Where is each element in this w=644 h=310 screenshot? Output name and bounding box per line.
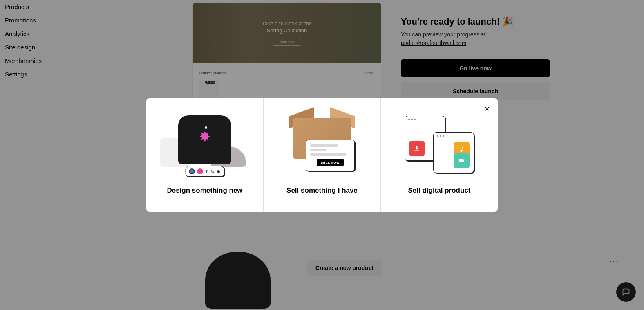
close-button[interactable] [482, 104, 492, 114]
design-new-option[interactable]: ✸ T ✎ ⊕ Design something new [146, 98, 264, 212]
sell-have-option[interactable]: SELL NOW Sell something I have [264, 98, 381, 212]
option-title: Design something new [154, 186, 255, 195]
color-swatch-blue [189, 168, 195, 174]
option-title: Sell something I have [272, 186, 372, 195]
video-icon [454, 153, 470, 168]
close-icon [484, 106, 490, 112]
star-icon: ✸ [199, 128, 210, 145]
text-tool-icon: T [206, 169, 208, 174]
digital-product-option[interactable]: Sell digital product [381, 98, 498, 212]
add-icon: ⊕ [217, 169, 220, 174]
product-type-modal: ✸ T ✎ ⊕ Design something new [146, 98, 498, 212]
sell-now-badge: SELL NOW [317, 159, 344, 166]
modal-overlay[interactable]: ✸ T ✎ ⊕ Design something new [0, 0, 644, 310]
download-icon [409, 141, 425, 156]
pencil-icon: ✎ [210, 169, 214, 174]
color-swatch-pink [197, 168, 203, 174]
digital-illustration [405, 116, 474, 173]
option-title: Sell digital product [389, 186, 490, 195]
box-illustration: SELL NOW [281, 114, 363, 175]
design-illustration: ✸ T ✎ ⊕ [160, 114, 250, 175]
